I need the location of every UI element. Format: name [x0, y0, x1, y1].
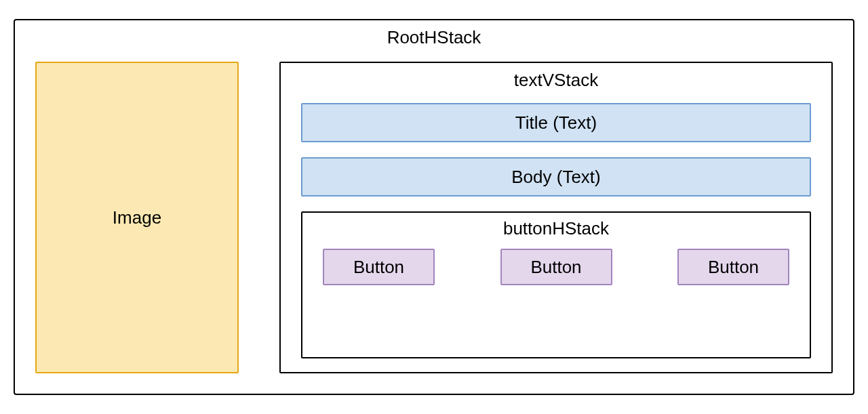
button-hstack-container: buttonHStack Button Button Button [301, 211, 811, 358]
text-vstack-label: textVStack [301, 70, 811, 91]
button-box-2: Button [500, 249, 612, 285]
text-vstack-container: textVStack Title (Text) Body (Text) butt… [279, 62, 833, 373]
body-text-box: Body (Text) [301, 157, 811, 196]
image-placeholder: Image [35, 62, 239, 373]
button-hstack-label: buttonHStack [323, 218, 789, 239]
title-text-box: Title (Text) [301, 103, 811, 142]
button-box-1: Button [323, 249, 435, 285]
root-hstack-label: RootHStack [35, 27, 833, 48]
root-content-row: Image textVStack Title (Text) Body (Text… [35, 62, 833, 373]
button-row: Button Button Button [323, 249, 789, 285]
root-hstack-container: RootHStack Image textVStack Title (Text)… [14, 19, 854, 395]
button-box-3: Button [677, 249, 789, 285]
